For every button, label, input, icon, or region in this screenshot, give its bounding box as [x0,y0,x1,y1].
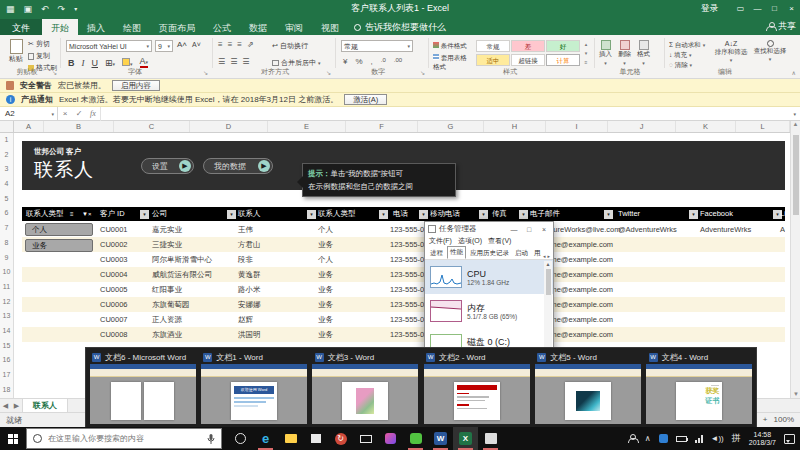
ribbon-display-options-icon[interactable]: ▭ [732,0,749,17]
scroll-down-icon[interactable]: ▼ [793,391,799,397]
collapse-ribbon-icon[interactable]: ∧ [792,69,796,76]
sheet-tab-contacts[interactable]: 联系人 [22,399,68,413]
tm-cpu-item[interactable]: CPU12% 1.84 GHz [425,260,553,294]
tabs-scroll-left-icon[interactable]: ◂ [543,253,546,259]
action-center-icon[interactable] [784,434,795,444]
format-cells-button[interactable]: 格式▾ [637,40,650,66]
cancel-icon[interactable]: × [58,109,72,118]
filter-dropdown-icon[interactable]: ▾ [379,210,388,219]
slicer-multiselect-icon[interactable]: ≡ [70,207,74,221]
tm-tab-startup[interactable]: 启动 [513,248,530,259]
column-header[interactable]: G [418,121,484,132]
column-header[interactable]: A [14,121,44,132]
row-header[interactable]: 14 [0,324,13,339]
table-row[interactable]: CU0007 正人资源 赵辉 业务 123-555-0129 someone@e… [22,312,785,327]
row-header[interactable]: 5 [0,192,13,207]
orientation-icon[interactable]: ⇗ [247,40,254,49]
row-header[interactable]: 2 [0,148,13,163]
filter-dropdown-icon[interactable]: ▾ [419,210,428,219]
cortana-icon[interactable] [228,427,253,450]
percent-style-icon[interactable]: % [355,57,362,66]
row-header[interactable]: 3 [0,162,13,177]
tm-tab-app-history[interactable]: 应用历史记录 [468,248,511,259]
row-header[interactable]: 10 [0,265,13,280]
sheet-next-icon[interactable]: ▶ [11,402,22,410]
cut-button[interactable]: ✂剪切 [28,39,57,49]
borders-icon[interactable]: ⊞▾ [105,58,115,68]
column-header[interactable]: C [114,121,190,132]
row-header[interactable]: 15 [0,339,13,354]
name-box[interactable]: A2▾ [0,107,58,121]
styles-more-icon[interactable]: ≡ [582,58,590,67]
store-icon[interactable] [303,427,328,450]
tm-memory-item[interactable]: 内存5.1/7.8 GB (65%) [425,294,553,328]
column-header[interactable]: H [484,121,546,132]
preview-doc4[interactable]: W文档4 - Word 获奖 证书 [645,350,754,426]
column-header[interactable]: J [608,121,676,132]
underline-button[interactable]: U [92,58,99,68]
hidden-icons-chevron-icon[interactable]: ∧ [645,434,651,443]
close-button[interactable]: × [783,0,800,17]
align-bottom-icon[interactable]: ≡ [237,40,242,49]
start-button[interactable] [0,427,26,450]
column-header[interactable]: K [676,121,736,132]
formula-input[interactable] [100,107,793,121]
font-dialog-launcher-icon[interactable]: ↘ [203,69,208,76]
doc4-thumbnail[interactable]: 获奖 证书 [646,364,752,424]
tabs-scroll-right-icon[interactable]: ▸ [547,253,550,259]
insert-cells-button[interactable]: 插入▾ [599,40,612,66]
comma-style-icon[interactable]: , [371,57,373,66]
sign-in-link[interactable]: 登录 [701,3,718,15]
doc6-thumbnail[interactable] [90,364,196,424]
paste-button[interactable]: 粘贴 [6,39,26,64]
sort-filter-button[interactable]: A↓Z 排序和筛选▾ [714,40,748,64]
sync-app-icon[interactable]: ↻ [328,427,353,450]
row-headers[interactable]: 123456789101112131415161718 [0,133,14,398]
scrollbar-thumb[interactable] [546,269,551,295]
italic-button[interactable]: I [82,58,85,68]
people-icon[interactable] [628,434,637,443]
table-row[interactable]: CU0004 威航货运有限公司 黄逸群 业务 123-555-0126 some… [22,267,785,282]
autosum-button[interactable]: Σ 自动求和 ▾ [669,40,705,50]
maximize-button[interactable]: □ [523,226,535,233]
volume-icon[interactable]: ◄)) [711,434,724,443]
preview-doc6[interactable]: W文档6 - Microsoft Word [88,350,197,426]
filter-dropdown-icon[interactable]: ▾ [140,210,149,219]
word-taskbar-icon[interactable]: W [428,427,453,450]
row-header[interactable]: 4 [0,177,13,192]
column-header[interactable]: L [736,121,790,132]
column-headers[interactable]: ABCDEFGHIJKL [14,121,790,133]
cell-style-bad[interactable]: 差 [511,40,545,52]
select-all-corner[interactable] [0,121,14,133]
column-header[interactable]: F [346,121,418,132]
accounting-format-icon[interactable]: ¥ [343,57,347,66]
format-as-table-button[interactable]: 套用表格格式 [433,53,473,71]
insert-function-icon[interactable]: fx [86,109,100,118]
settings-button[interactable]: 设置▶ [141,158,194,174]
tell-me-box[interactable]: 告诉我你想要做什么 [354,19,446,37]
tm-tab-users[interactable]: 用户 [532,248,541,259]
align-top-icon[interactable]: ≡ [218,40,223,49]
paint3d-icon[interactable] [378,427,403,450]
enable-content-button[interactable]: 启用内容 [112,80,160,91]
ime-indicator[interactable]: 拼 [732,432,741,445]
menu-view[interactable]: 查看(V) [488,236,511,247]
expand-formula-bar-icon[interactable]: ▾ [793,111,796,117]
row-header[interactable]: 17 [0,368,13,383]
shrink-font-icon[interactable]: A˅ [192,41,201,48]
styles-scroll-down-icon[interactable]: ▾ [582,49,590,58]
align-middle-icon[interactable]: ≡ [228,40,233,49]
doc5-thumbnail[interactable] [535,364,641,424]
row-header[interactable]: 13 [0,309,13,324]
slicer-item-personal[interactable]: 个人 [25,223,93,236]
clipboard-dialog-launcher-icon[interactable]: ↘ [52,69,57,76]
preview-doc3[interactable]: W文档3 - Word [311,350,420,426]
grow-font-icon[interactable]: A˄ [177,40,187,49]
row-header[interactable]: 9 [0,251,13,266]
filter-dropdown-icon[interactable]: ▾ [519,210,528,219]
sheet-prev-icon[interactable]: ◀ [0,402,11,410]
search-input[interactable] [48,434,201,443]
number-dialog-launcher-icon[interactable]: ↘ [420,69,425,76]
filter-dropdown-icon[interactable]: ▾ [689,210,698,219]
alignment-dialog-launcher-icon[interactable]: ↘ [326,69,331,76]
